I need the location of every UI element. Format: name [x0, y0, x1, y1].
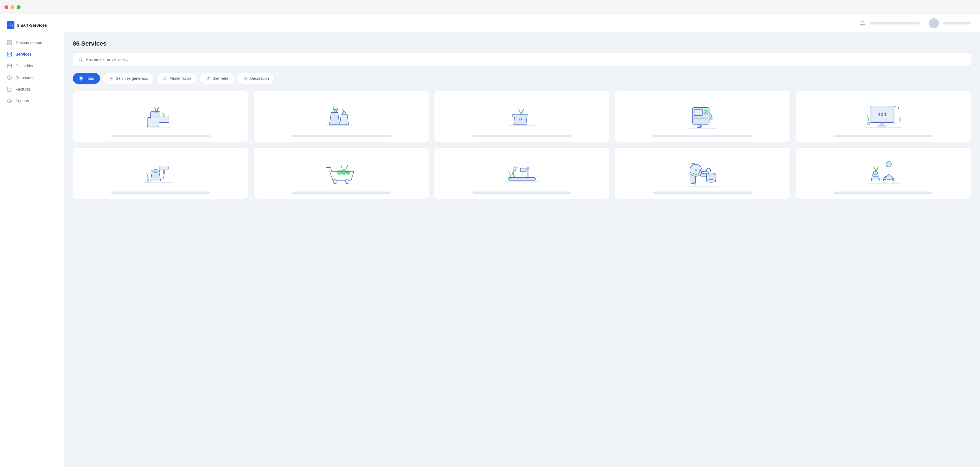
bien-etre-icon	[205, 76, 210, 81]
sidebar-item-calendrier[interactable]: Calendrier	[0, 60, 64, 72]
service-illustration-4	[620, 97, 785, 131]
bell-icon[interactable]	[860, 21, 865, 26]
svg-rect-3	[8, 43, 10, 45]
titlebar	[0, 0, 980, 14]
sidebar-item-tableau-de-bord[interactable]: Tableau de bord	[0, 37, 64, 48]
service-illustration-7	[259, 154, 423, 188]
avatar	[929, 18, 939, 28]
svg-point-22	[79, 58, 82, 61]
sidebar-item-calendrier-label: Calendrier	[16, 64, 33, 68]
svg-rect-30	[155, 110, 158, 113]
sidebar-item-services-label: Services	[16, 52, 32, 56]
alimentation-icon	[162, 76, 167, 81]
svg-point-15	[10, 78, 10, 79]
svg-rect-47	[880, 123, 884, 125]
svg-rect-38	[694, 110, 703, 116]
service-card-2[interactable]	[253, 91, 429, 142]
service-illustration-2	[259, 97, 423, 131]
svg-rect-57	[147, 179, 150, 182]
search-bar[interactable]	[73, 52, 971, 67]
svg-point-62	[333, 180, 337, 183]
content-area: 86 Services	[64, 32, 980, 467]
app-layout: Smart-Services Tableau de bord	[0, 14, 980, 467]
svg-rect-5	[8, 52, 9, 54]
service-text-bar-6	[111, 191, 210, 194]
svg-point-25	[111, 78, 111, 79]
search-input[interactable]	[86, 57, 966, 62]
svg-rect-70	[509, 177, 512, 179]
svg-point-21	[10, 102, 10, 103]
service-illustration-5: 404	[801, 97, 966, 131]
topbar-divider	[924, 19, 924, 28]
service-card-1[interactable]	[73, 91, 248, 142]
decoration-icon	[243, 76, 248, 81]
filter-tab-services-generaux-label: Services généraux	[116, 76, 148, 81]
service-text-bar-9	[653, 191, 752, 194]
service-card-4[interactable]	[615, 91, 790, 142]
svg-point-53	[153, 171, 158, 173]
filter-tab-tous[interactable]: Tous	[73, 73, 100, 84]
service-text-bar-10	[834, 191, 933, 194]
svg-point-35	[519, 113, 522, 115]
service-illustration-3	[439, 97, 605, 131]
service-card-5[interactable]: 404	[795, 91, 971, 142]
service-text-bar-3	[473, 135, 572, 137]
svg-rect-48	[877, 125, 887, 127]
filter-tab-bien-etre[interactable]: Bien-être	[200, 73, 234, 84]
sidebar-item-services[interactable]: Services	[0, 48, 64, 60]
svg-point-81	[707, 180, 716, 182]
service-card-6[interactable]	[73, 147, 248, 199]
svg-rect-8	[10, 55, 12, 56]
filter-tab-alimentation-label: Alimentation	[170, 76, 191, 81]
service-card-7[interactable]	[253, 147, 429, 199]
svg-rect-54	[160, 166, 168, 170]
filter-tab-tous-label: Tous	[86, 76, 94, 81]
filter-tab-services-generaux[interactable]: Services généraux	[103, 73, 154, 84]
svg-rect-9	[8, 64, 12, 68]
svg-rect-50	[867, 122, 870, 125]
services-grid: 404	[73, 91, 971, 199]
filter-tab-bien-etre-label: Bien-être	[213, 76, 229, 81]
svg-rect-77	[700, 174, 707, 177]
minimize-button[interactable]	[11, 5, 14, 9]
svg-rect-29	[159, 116, 169, 123]
svg-point-78	[707, 168, 711, 172]
topbar-search-bar	[870, 22, 920, 24]
svg-rect-28	[151, 112, 160, 119]
svg-point-60	[341, 169, 347, 175]
service-illustration-9	[620, 154, 785, 188]
close-button[interactable]	[5, 5, 8, 9]
svg-rect-55	[163, 170, 165, 174]
topbar	[64, 14, 980, 32]
service-text-bar-7	[292, 191, 391, 194]
sidebar-item-factures[interactable]: Factures	[0, 83, 64, 95]
search-icon	[78, 57, 83, 62]
maximize-button[interactable]	[17, 5, 21, 9]
service-card-3[interactable]	[434, 91, 610, 142]
sidebar-item-support[interactable]: Support	[0, 95, 64, 107]
svg-rect-1	[8, 41, 10, 43]
user-name-bar	[943, 22, 971, 24]
service-text-bar-4	[653, 135, 752, 137]
service-card-8[interactable]	[434, 147, 610, 199]
service-illustration-6	[78, 154, 243, 188]
filter-tab-decoration[interactable]: Décoration	[237, 73, 275, 84]
svg-point-49	[897, 107, 899, 109]
service-text-bar-8	[473, 191, 572, 194]
logo-icon	[7, 21, 14, 29]
filter-tab-decoration-label: Décoration	[250, 76, 269, 81]
svg-point-61	[346, 171, 350, 175]
sidebar-item-tableau-de-bord-label: Tableau de bord	[16, 40, 43, 45]
services-count: 86 Services	[73, 40, 971, 47]
sidebar-nav: Tableau de bord Services	[0, 37, 64, 107]
filter-tab-alimentation[interactable]: Alimentation	[157, 73, 197, 84]
svg-rect-6	[10, 52, 12, 54]
services-header: 86 Services	[73, 40, 971, 47]
service-card-10[interactable]	[795, 147, 971, 199]
svg-rect-4	[10, 43, 12, 45]
service-card-9[interactable]	[615, 147, 790, 199]
sidebar-item-demandes[interactable]: Demandes	[0, 72, 64, 83]
svg-rect-2	[10, 41, 12, 43]
logo-text: Smart-Services	[17, 23, 47, 27]
tous-icon	[79, 76, 84, 81]
